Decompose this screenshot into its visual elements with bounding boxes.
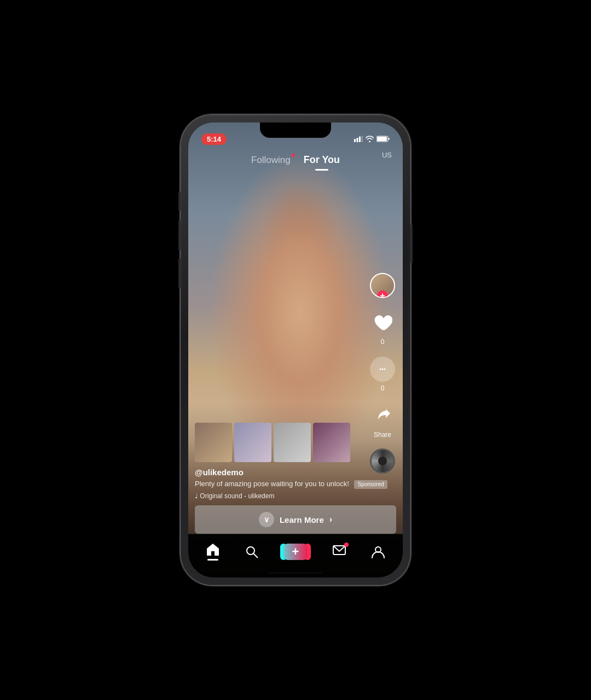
avatar[interactable] [370,273,395,298]
silent-button[interactable] [178,191,181,211]
region-label: US [382,151,392,159]
phone-frame: 5:14 [181,115,410,585]
following-notification-dot [292,154,295,157]
avatar-button[interactable] [369,272,396,299]
volume-up-button[interactable] [178,220,181,250]
learn-more-label: Learn More [280,515,324,524]
tab-following[interactable]: Following [246,151,296,169]
svg-point-8 [384,369,386,370]
learn-more-button[interactable]: ∨ Learn More › [195,505,396,534]
nav-tabs: Following For You [188,151,403,169]
video-caption: Plenty of amazing pose waiting for you t… [195,479,396,489]
like-button[interactable] [369,309,396,336]
nav-home[interactable] [206,542,220,561]
profile-icon [371,545,385,559]
bottom-nav: + [188,534,403,578]
thumbnail-1[interactable] [195,423,232,462]
heart-icon [373,313,392,332]
thumbnail-4[interactable] [313,423,350,462]
create-button[interactable]: + [283,544,308,560]
svg-point-9 [247,547,254,555]
home-active-indicator [207,559,218,561]
comment-icon [376,363,389,375]
search-icon [245,545,259,559]
nav-create[interactable]: + [283,544,308,560]
plus-icon: + [292,545,299,559]
svg-point-6 [380,369,381,370]
bottom-content: @ulikedemo Plenty of amazing pose waitin… [188,423,403,534]
nav-profile[interactable] [371,545,385,559]
user-info: @ulikedemo Plenty of amazing pose waitin… [195,468,396,489]
username[interactable]: @ulikedemo [195,468,396,477]
battery-icon [376,136,390,142]
thumbnail-3[interactable] [274,423,311,462]
svg-rect-3 [362,136,363,142]
svg-point-7 [382,369,384,370]
nav-search[interactable] [245,545,259,559]
status-icons [354,136,390,142]
sound-row[interactable]: ♩ Original sound - ulikedem [195,492,396,500]
comment-button[interactable] [369,355,396,383]
share-arrow-icon [374,407,391,424]
comment-count: 0 [381,384,385,392]
wifi-icon [366,136,374,142]
power-button[interactable] [410,224,413,264]
comment-bubble [370,357,395,382]
signal-icon [354,136,363,142]
avatar-action[interactable] [369,272,396,299]
like-count: 0 [381,338,385,346]
status-time: 5:14 [201,133,227,145]
notch [260,122,331,138]
phone-screen: 5:14 [188,122,403,578]
thumbnail-row [195,423,396,462]
svg-rect-0 [354,139,356,142]
home-icon [206,542,220,557]
messages-notification-dot [344,542,349,547]
thumbnail-2[interactable] [234,423,271,462]
volume-down-button[interactable] [178,258,181,289]
share-icon [374,407,391,424]
like-action[interactable]: 0 [369,309,396,346]
comment-action[interactable]: 0 [369,355,396,392]
sponsored-badge: Sponsored [354,480,387,489]
svg-rect-1 [357,138,358,142]
chevron-down-icon: ∨ [259,512,274,527]
nav-messages[interactable] [332,544,346,560]
chevron-right-icon: › [329,515,332,524]
svg-line-10 [254,553,258,558]
sound-label: ♩ Original sound - ulikedem [195,492,274,500]
svg-rect-5 [377,137,387,141]
svg-rect-2 [359,137,361,143]
tab-for-you[interactable]: For You [298,151,345,169]
